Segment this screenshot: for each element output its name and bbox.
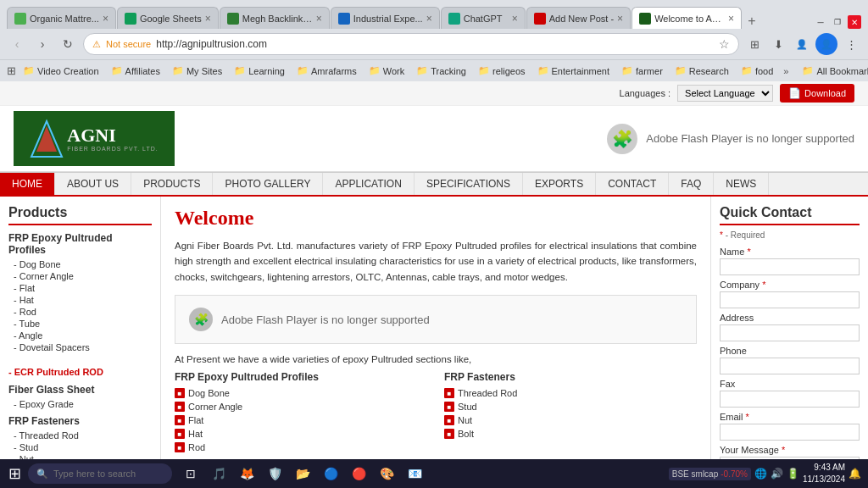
- bookmark-food[interactable]: 📁 food: [736, 64, 778, 78]
- bookmark-religeos[interactable]: 📁 religeos: [473, 64, 531, 78]
- product-rod[interactable]: ■ Rod: [175, 441, 427, 454]
- profile-avatar[interactable]: 👤: [815, 33, 837, 55]
- tray-icon-battery[interactable]: 🔋: [787, 468, 799, 480]
- sidebar-link-dovetail[interactable]: - Dovetail Spacers: [8, 341, 152, 353]
- new-tab-button[interactable]: +: [743, 14, 760, 29]
- tab-agni[interactable]: Welcome to Agni... ×: [632, 7, 742, 29]
- qc-phone-input[interactable]: [720, 358, 860, 374]
- clock[interactable]: 9:43 AM 11/13/2024: [803, 462, 845, 485]
- taskbar-app-edge[interactable]: 🔵: [317, 461, 344, 486]
- nav-contact[interactable]: CONTACT: [596, 173, 669, 195]
- nav-faq[interactable]: FAQ: [669, 173, 714, 195]
- qc-address-input[interactable]: [720, 324, 860, 341]
- tab-megh[interactable]: Megh Backlinks... ×: [220, 7, 330, 29]
- bookmark-tracking[interactable]: 📁 Tracking: [411, 64, 471, 78]
- tab-organic[interactable]: Organic Mattre... ×: [7, 7, 116, 29]
- reload-button[interactable]: ↻: [58, 34, 78, 54]
- tab-close[interactable]: ×: [426, 13, 432, 25]
- qc-email-input[interactable]: [720, 424, 860, 441]
- bookmark-learning[interactable]: 📁 Learning: [229, 64, 290, 78]
- product-nut[interactable]: ■ Nut: [444, 413, 697, 427]
- account-button[interactable]: 👤: [792, 34, 812, 54]
- sidebar-link-flat[interactable]: - Flat: [8, 282, 152, 294]
- tab-industrial[interactable]: Industrial Expe... ×: [331, 7, 440, 29]
- taskbar-app-shield[interactable]: 🛡️: [261, 461, 288, 486]
- product-bolt[interactable]: ■ Bolt: [444, 427, 697, 441]
- sidebar-threaded-rod[interactable]: - Threaded Rod: [8, 430, 152, 441]
- sidebar-ecr-link[interactable]: - ECR Pultruded ROD: [8, 365, 152, 379]
- extensions-button[interactable]: ⊞: [744, 34, 765, 54]
- taskbar-app-firefox[interactable]: 🦊: [233, 461, 260, 486]
- tray-icon-network[interactable]: 🌐: [754, 468, 767, 480]
- bookmarks-grid-icon[interactable]: ⊞: [7, 64, 16, 77]
- tab-close[interactable]: ×: [617, 13, 623, 25]
- sidebar-link-hat[interactable]: - Hat: [8, 294, 152, 306]
- minimize-button[interactable]: ─: [814, 15, 827, 29]
- maximize-button[interactable]: ❐: [831, 15, 844, 29]
- taskbar-search-input[interactable]: [53, 469, 164, 479]
- product-flat[interactable]: ■ Flat: [175, 413, 427, 427]
- nav-news[interactable]: NEWS: [714, 173, 769, 195]
- taskbar-app-paint[interactable]: 🎨: [373, 461, 400, 486]
- taskbar-app-spotify[interactable]: 🎵: [205, 461, 232, 486]
- bookmark-entertainment[interactable]: 📁 Entertainment: [532, 64, 615, 78]
- product-cornerangle[interactable]: ■ Corner Angle: [175, 400, 427, 413]
- close-button[interactable]: ✕: [848, 15, 861, 29]
- bookmark-farmer[interactable]: 📁 farmer: [616, 64, 668, 78]
- sidebar-link-tube[interactable]: - Tube: [8, 318, 152, 330]
- tab-close[interactable]: ×: [512, 13, 518, 25]
- product-threaded-rod[interactable]: ■ Threaded Rod: [444, 386, 697, 400]
- tab-close[interactable]: ×: [103, 13, 108, 25]
- tab-close[interactable]: ×: [728, 13, 734, 25]
- taskbar-search-bar[interactable]: 🔍: [28, 463, 172, 484]
- nav-specifications[interactable]: SPECIFICATIONS: [415, 173, 523, 195]
- download-button[interactable]: 📄 Download: [780, 84, 854, 103]
- taskbar-app-task-view[interactable]: ⊡: [177, 461, 204, 486]
- start-button[interactable]: ⊞: [3, 463, 26, 485]
- bookmark-affiliates[interactable]: 📁 Affiliates: [106, 64, 165, 78]
- menu-button[interactable]: ⋮: [841, 34, 861, 54]
- bookmark-research[interactable]: 📁 Research: [670, 64, 734, 78]
- bookmark-star-icon[interactable]: ☆: [719, 37, 730, 51]
- tray-notification[interactable]: 🔔: [849, 468, 861, 480]
- all-bookmarks[interactable]: 📁 All Bookmarks: [797, 64, 868, 78]
- bookmark-mysites[interactable]: 📁 My Sites: [167, 64, 227, 78]
- taskbar-app-chrome[interactable]: 🔴: [345, 461, 372, 486]
- product-hat[interactable]: ■ Hat: [175, 427, 427, 441]
- back-button[interactable]: ‹: [7, 34, 27, 54]
- qc-fax-input[interactable]: [720, 391, 860, 408]
- sidebar-stud[interactable]: - Stud: [8, 441, 152, 453]
- bookmark-work[interactable]: 📁 Work: [364, 64, 409, 78]
- tab-close[interactable]: ×: [205, 13, 211, 25]
- tab-sheets[interactable]: Google Sheets ×: [117, 7, 219, 29]
- sidebar-link-rod[interactable]: - Rod: [8, 306, 152, 318]
- sidebar-link-cornerangle[interactable]: - Corner Angle: [8, 270, 152, 282]
- tab-addpost[interactable]: Add New Post - ×: [526, 7, 631, 29]
- forward-button[interactable]: ›: [32, 34, 53, 54]
- download-button[interactable]: ⬇: [768, 34, 788, 54]
- nav-application[interactable]: APPLICATION: [323, 173, 414, 195]
- product-stud[interactable]: ■ Stud: [444, 400, 697, 413]
- bookmark-amrafarms[interactable]: 📁 Amrafarms: [292, 64, 362, 78]
- tray-icon-sound[interactable]: 🔊: [771, 468, 783, 480]
- sidebar-nut[interactable]: - Nut: [8, 453, 152, 459]
- more-bookmarks-button[interactable]: »: [780, 64, 792, 78]
- nav-about[interactable]: ABOUT US: [55, 173, 131, 195]
- sidebar-epoxy-grade[interactable]: - Epoxy Grade: [8, 398, 152, 410]
- sidebar-link-angle[interactable]: - Angle: [8, 330, 152, 341]
- bookmark-video[interactable]: 📁 Video Creation: [18, 64, 104, 78]
- qc-company-input[interactable]: [720, 291, 860, 308]
- taskbar-app-mail[interactable]: 📧: [401, 461, 428, 486]
- taskbar-app-folder[interactable]: 📂: [289, 461, 316, 486]
- sidebar-link-dogbone[interactable]: - Dog Bone: [8, 258, 152, 270]
- tab-close[interactable]: ×: [316, 13, 322, 25]
- product-dogbone[interactable]: ■ Dog Bone: [175, 386, 427, 400]
- language-select[interactable]: Select Language: [677, 85, 773, 102]
- qc-name-input[interactable]: [720, 258, 860, 275]
- nav-photo[interactable]: PHOTO GALLERY: [213, 173, 323, 195]
- nav-exports[interactable]: EXPORTS: [523, 173, 596, 195]
- tab-chatgpt[interactable]: ChatGPT ×: [441, 7, 526, 29]
- nav-home[interactable]: HOME: [0, 173, 55, 195]
- nav-products[interactable]: PRODUCTS: [131, 173, 213, 195]
- url-bar[interactable]: ⚠ Not secure http://agnipultrusion.com ☆: [83, 33, 739, 55]
